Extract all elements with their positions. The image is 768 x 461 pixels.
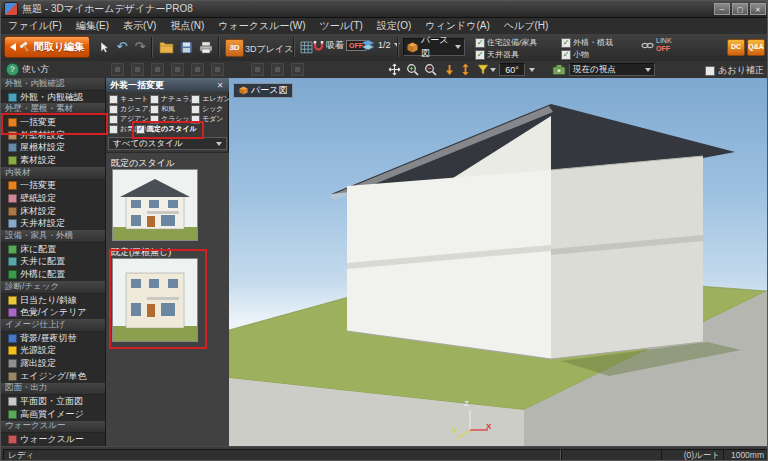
open-folder-icon[interactable]: [157, 39, 175, 55]
menu-walkthrough[interactable]: ウォークスルー(W): [211, 18, 312, 34]
select-cursor-icon[interactable]: [95, 39, 113, 55]
print-icon[interactable]: [197, 39, 215, 55]
sidebar-item-roshutsu[interactable]: 露出設定: [1, 357, 105, 370]
link-toggle[interactable]: LINK OFF: [641, 37, 672, 53]
sidebar-item-yukazai[interactable]: 床材設定: [1, 205, 105, 218]
camera-updown-icon[interactable]: [458, 63, 473, 76]
sidebar-item-exterior-bulk-change[interactable]: 一括変更: [1, 116, 105, 129]
panel-header: 外装一括変更 ✕: [106, 78, 229, 92]
all-styles-dropdown[interactable]: すべてのスタイル: [108, 137, 227, 150]
separator: [218, 37, 220, 57]
style-checkbox-casual[interactable]: カジュアル: [109, 104, 156, 114]
menu-settings[interactable]: 設定(O): [370, 18, 418, 34]
view-angle-value[interactable]: 60°: [499, 63, 525, 76]
sidebar-item-sozai[interactable]: 素材設定: [1, 154, 105, 167]
brick-icon: [8, 131, 17, 140]
sidebar-item-haikei[interactable]: 背景/昼夜切替: [1, 332, 105, 345]
panel-close-icon[interactable]: ✕: [215, 81, 225, 90]
sidebar-item-interior-bulk-change[interactable]: 一括変更: [1, 180, 105, 193]
menu-viewpoint[interactable]: 視点(N): [163, 18, 211, 34]
checkbox-small-items[interactable]: ✓ 小物: [561, 49, 589, 60]
sidebar-item-shikikaku[interactable]: 色覚/インテリア: [1, 306, 105, 319]
minimize-button[interactable]: ─: [714, 3, 730, 15]
camera-down-icon[interactable]: [442, 63, 457, 76]
section-header[interactable]: 設備・家具・外構: [1, 230, 105, 243]
menu-view[interactable]: 表示(V): [116, 18, 163, 34]
sidebar-item-tenjouzai[interactable]: 天井材設定: [1, 218, 105, 231]
3d-viewport[interactable]: パース図 Z Y X: [229, 78, 768, 446]
style-checkbox-natural[interactable]: ナチュラル: [150, 94, 197, 104]
checkbox-icon: [150, 95, 159, 104]
section-header[interactable]: 外壁・屋根・素材: [1, 103, 105, 116]
checkbox-exterior-plants[interactable]: ✓ 外構・植栽: [561, 37, 613, 48]
style-checkbox-asian[interactable]: アジアン: [109, 114, 149, 124]
sidebar-item-kabegami[interactable]: 壁紙設定: [1, 192, 105, 205]
style-checkbox-chic[interactable]: シック: [191, 104, 224, 114]
redo-icon[interactable]: ↷: [131, 39, 149, 55]
sidebar-item-tenjou-haichi[interactable]: 天井に配置: [1, 256, 105, 269]
maximize-button[interactable]: ▢: [732, 3, 748, 15]
sidebar-item-heimenzu[interactable]: 平面図・立面図: [1, 395, 105, 408]
style-checkbox-cute[interactable]: キュート: [109, 94, 149, 104]
close-button[interactable]: ✕: [750, 3, 766, 15]
section-header[interactable]: 図面・出力: [1, 383, 105, 396]
qa-button[interactable]: Q&A: [747, 39, 765, 56]
3d-place-icon[interactable]: 3D: [225, 39, 244, 57]
menu-window[interactable]: ウィンドウ(A): [418, 18, 497, 34]
sidebar-item-walkthrough[interactable]: ウォークスルー: [1, 433, 105, 446]
layer-selector[interactable]: 1/2: [361, 39, 400, 51]
zoom-in-icon[interactable]: [405, 63, 420, 76]
perspective-correction-checkbox[interactable]: あおり補正: [705, 64, 764, 77]
menu-tools[interactable]: ツール(T): [313, 18, 370, 34]
section-header[interactable]: 診断/チェック: [1, 281, 105, 294]
floorplan-edit-button[interactable]: 間取り編集: [4, 36, 90, 58]
camera-icon[interactable]: [551, 63, 566, 76]
zoom-out-icon[interactable]: [423, 63, 438, 76]
checkbox-ceiling-fixtures[interactable]: ✓ 天井器具: [475, 49, 519, 60]
current-viewpoint-select[interactable]: 現在の視点: [569, 63, 655, 76]
save-icon[interactable]: [177, 39, 195, 55]
style-checkbox-modern[interactable]: モダン: [191, 114, 224, 124]
sidebar-item-kougen[interactable]: 光源設定: [1, 344, 105, 357]
menu-file[interactable]: ファイル(F): [1, 18, 69, 34]
checkbox-icon: [705, 66, 715, 76]
sidebar-item-gaikou-haichi[interactable]: 外構に配置: [1, 268, 105, 281]
style-checkbox-classic[interactable]: クラシック: [150, 114, 197, 124]
sidebar-item-yuka-haichi[interactable]: 床に配置: [1, 243, 105, 256]
style-thumbnail-no-roof[interactable]: [112, 258, 198, 342]
sidebar-item-hiatari[interactable]: 日当たり/斜線: [1, 294, 105, 307]
checkbox-icon: [109, 115, 118, 124]
sidebar-item-gaihekizai[interactable]: 外壁材設定: [1, 129, 105, 142]
help-icon: ？: [6, 63, 19, 76]
sidebar-item-yanezai[interactable]: 屋根材設定: [1, 141, 105, 154]
sidebar-item-aging[interactable]: エイジング/単色: [1, 370, 105, 383]
section-header[interactable]: 内装材: [1, 167, 105, 180]
sidebar-item-gaikan-naikan[interactable]: 外観・内観確認: [1, 91, 105, 104]
pan-tool-icon[interactable]: [387, 63, 402, 76]
filter-funnel-icon[interactable]: [475, 63, 490, 76]
section-header[interactable]: イメージ仕上げ: [1, 319, 105, 332]
view-mode-select[interactable]: パース図: [403, 38, 465, 56]
style-checkbox-wafu[interactable]: 和風: [150, 104, 175, 114]
section-header[interactable]: 外観・内観確認: [1, 78, 105, 91]
menu-help[interactable]: ヘルプ(H): [497, 18, 556, 34]
help-button[interactable]: ？ 使い方: [6, 63, 49, 76]
snap-toggle[interactable]: 吸着 OFF: [313, 39, 366, 52]
section-header[interactable]: ウォークスルー: [1, 421, 105, 434]
checkbox-housing-furniture[interactable]: ✓ 住宅設備/家具: [475, 37, 537, 48]
chevron-down-icon[interactable]: [490, 68, 496, 72]
floor-icon: [8, 207, 17, 216]
style-thumbnail-default[interactable]: [112, 169, 198, 241]
style-checkbox-default-style[interactable]: ✓既定のスタイル: [136, 124, 197, 134]
sidebar-item-kougashitsu[interactable]: 高画質イメージ: [1, 408, 105, 421]
undo-icon[interactable]: ↶: [113, 39, 131, 55]
help-label: 使い方: [22, 63, 49, 76]
3d-place-label[interactable]: 3Dプレイス: [245, 43, 293, 56]
chevron-down-icon: [645, 68, 651, 72]
menu-edit[interactable]: 編集(E): [69, 18, 116, 34]
perspective-view-button[interactable]: パース図: [233, 83, 293, 98]
background-icon: [8, 334, 17, 343]
chevron-down-icon[interactable]: [529, 68, 535, 72]
dc-button[interactable]: DC: [727, 39, 745, 56]
3d-scene[interactable]: [229, 78, 768, 446]
